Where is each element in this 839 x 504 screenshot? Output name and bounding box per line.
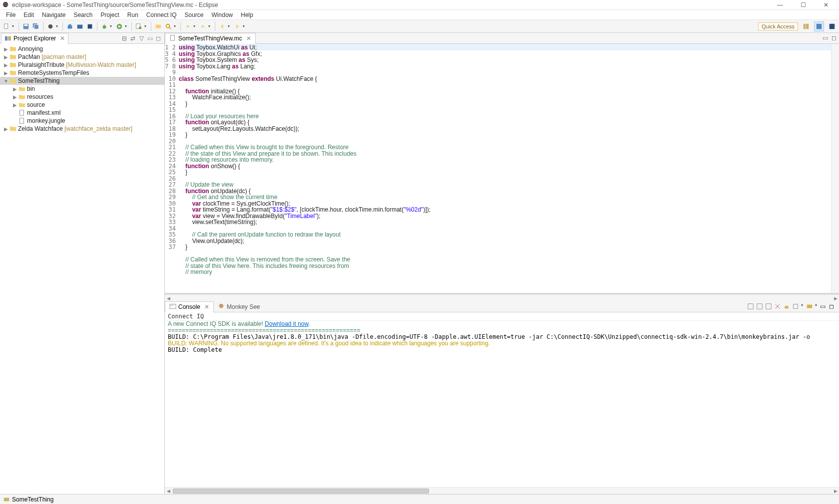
tree-twisty[interactable]: ▶ [3, 62, 9, 68]
prev-annot-icon[interactable] [198, 22, 207, 31]
file-icon [18, 117, 26, 124]
menu-help[interactable]: Help [237, 11, 257, 18]
tree-item[interactable]: ▶PluralsightTribute [Multivision-Watch m… [0, 61, 164, 69]
package-icon[interactable] [75, 22, 84, 31]
collapse-all-icon[interactable]: ⊟ [120, 34, 128, 42]
tree-twisty[interactable]: ▶ [12, 86, 18, 92]
editor-tab[interactable]: SomeTestThingView.mc ✕ [165, 33, 256, 44]
quick-access-field[interactable]: Quick Access [758, 22, 798, 30]
menu-connect-iq[interactable]: Connect IQ [142, 11, 181, 18]
console-btn-1[interactable] [747, 303, 755, 311]
link-editor-icon[interactable]: ⇄ [129, 34, 137, 42]
tree-item[interactable]: ▶source [0, 101, 164, 109]
menu-run[interactable]: Run [123, 11, 142, 18]
editor-vscrollbar[interactable] [831, 44, 839, 293]
perspective-resource-icon[interactable] [827, 21, 837, 31]
tree-twisty[interactable]: ▶ [3, 70, 9, 76]
svg-rect-38 [10, 71, 12, 72]
maximize-button[interactable]: ☐ [796, 1, 810, 8]
tree-label: manifest.xml [27, 109, 60, 116]
tree-twisty[interactable]: ▼ [3, 78, 9, 84]
tree-item[interactable]: ▶Zelda Watchface [watchface_zelda master… [0, 125, 164, 133]
console-min-icon[interactable]: ▭ [820, 303, 828, 311]
menu-navigate[interactable]: Navigate [38, 11, 69, 18]
editor-maximize-icon[interactable]: ◻ [830, 34, 838, 42]
tree-item[interactable]: ▼SomeTestThing [0, 77, 164, 85]
svg-rect-50 [10, 127, 12, 128]
console-hscrollbar[interactable]: ◀ ▶ [165, 487, 839, 494]
close-button[interactable]: ✕ [819, 1, 833, 8]
view-menu-icon[interactable]: ▽ [137, 34, 145, 42]
build-icon[interactable] [65, 22, 74, 31]
maximize-view-icon[interactable]: ◻ [154, 34, 162, 42]
close-view-icon[interactable]: ✕ [60, 35, 65, 42]
tree-twisty[interactable]: ▶ [3, 54, 9, 60]
minimize-button[interactable]: — [773, 1, 787, 8]
console-output[interactable]: A new Connect IQ SDK is available! Downl… [165, 321, 839, 487]
tree-twisty[interactable]: ▶ [3, 46, 9, 52]
forward-icon[interactable] [233, 22, 242, 31]
console-clear-icon[interactable] [774, 303, 782, 311]
status-bar: SomeTestThing [0, 494, 839, 504]
menu-source[interactable]: Source [181, 11, 208, 18]
tree-item[interactable]: ▶bin [0, 85, 164, 93]
tree-item[interactable]: ▶RemoteSystemsTempFiles [0, 69, 164, 77]
bug-icon[interactable] [100, 22, 109, 31]
svg-point-19 [166, 24, 170, 27]
menu-file[interactable]: File [2, 11, 19, 18]
minimize-view-icon[interactable]: ▭ [146, 34, 154, 42]
deploy-icon[interactable] [85, 22, 94, 31]
debug-mode-icon[interactable] [46, 22, 55, 31]
project-explorer-pane: Project Explorer ✕ ⊟ ⇄ ▽ ▭ ◻ ▶Annoying▶P… [0, 33, 165, 494]
open-type-icon[interactable] [154, 22, 163, 31]
console-scroll-lock-icon[interactable] [783, 303, 791, 311]
eclipse-icon [2, 1, 10, 9]
menu-edit[interactable]: Edit [19, 11, 38, 18]
new-config-icon[interactable] [134, 22, 143, 31]
tree-twisty[interactable]: ▶ [12, 102, 18, 108]
svg-rect-8 [68, 25, 72, 28]
console-tab[interactable]: Console ✕ [165, 301, 214, 312]
perspective-open-icon[interactable] [801, 21, 811, 31]
tree-twisty[interactable]: ▶ [3, 126, 9, 132]
tree-label: RemoteSystemsTempFiles [18, 69, 89, 76]
new-icon[interactable] [2, 22, 11, 31]
project-tree[interactable]: ▶Annoying▶PacMan [pacman master]▶Plurals… [0, 44, 164, 494]
console-btn-2[interactable] [756, 303, 764, 311]
file-icon [169, 34, 176, 43]
project-explorer-tab[interactable]: Project Explorer ✕ [1, 33, 68, 44]
editor-tabbar: SomeTestThingView.mc ✕ ▭ ◻ [165, 33, 839, 44]
tree-item[interactable]: manifest.xml [0, 109, 164, 117]
console-display-icon[interactable] [806, 303, 814, 311]
save-all-icon[interactable] [31, 22, 40, 31]
console-btn-3[interactable] [765, 303, 773, 311]
menu-project[interactable]: Project [96, 11, 123, 18]
menu-window[interactable]: Window [208, 11, 237, 18]
perspective-ciq-icon[interactable] [814, 21, 824, 31]
console-pin-icon[interactable] [792, 303, 800, 311]
tree-item[interactable]: ▶Annoying [0, 45, 164, 53]
code-editor[interactable]: 1 2 3 4 5 6 7 8 9 10 11 12 13 14 15 16 1… [165, 44, 839, 294]
proj-icon [9, 61, 17, 68]
tree-twisty[interactable]: ▶ [12, 94, 18, 100]
console-max-icon[interactable]: ◻ [829, 303, 837, 311]
monkey-see-tab[interactable]: Monkey See [214, 301, 264, 312]
back-icon[interactable] [218, 22, 227, 31]
editor-tab-close-icon[interactable]: ✕ [246, 35, 251, 42]
tree-item[interactable]: ▶PacMan [pacman master] [0, 53, 164, 61]
save-icon[interactable] [21, 22, 30, 31]
svg-point-17 [139, 26, 141, 29]
editor-hscrollbar[interactable]: ◀▶ [165, 294, 839, 301]
search-icon[interactable] [164, 22, 173, 31]
next-annot-icon[interactable] [183, 22, 192, 31]
editor-minimize-icon[interactable]: ▭ [821, 34, 829, 42]
svg-rect-36 [10, 63, 12, 64]
console-tab-close-icon[interactable]: ✕ [204, 303, 209, 310]
svg-rect-48 [20, 118, 24, 124]
svg-rect-26 [806, 23, 809, 29]
run-icon[interactable] [115, 22, 124, 31]
menu-search[interactable]: Search [69, 11, 96, 18]
svg-rect-2 [4, 23, 8, 28]
tree-item[interactable]: monkey.jungle [0, 117, 164, 125]
tree-item[interactable]: ▶resources [0, 93, 164, 101]
